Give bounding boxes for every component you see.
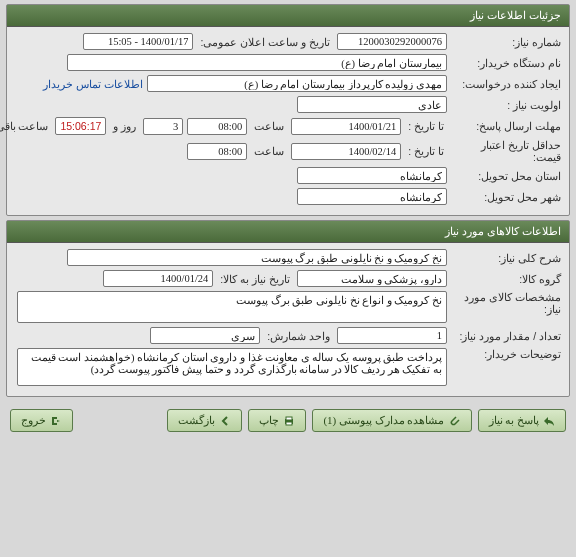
ta-tarikh-label: تا تاریخ : (405, 120, 447, 132)
reply-icon (543, 415, 555, 427)
ostan-label: استان محل تحویل: (451, 170, 561, 182)
chap-button-label: چاپ (259, 414, 279, 427)
tarikh-elen-label: تاریخ و ساعت اعلان عمومی: (197, 36, 333, 48)
tarikh-kala-input[interactable] (103, 270, 213, 287)
tozih-textarea[interactable] (17, 348, 447, 386)
print-icon (283, 415, 295, 427)
moshakhasat-textarea[interactable] (17, 291, 447, 323)
madarek-button[interactable]: مشاهده مدارک پیوستی (1) (312, 409, 471, 432)
tamas-link[interactable]: اطلاعات تماس خریدار (43, 78, 143, 90)
khorouj-button-label: خروج (21, 414, 46, 427)
chap-button[interactable]: چاپ (248, 409, 306, 432)
shmare-niaz-input[interactable] (337, 33, 447, 50)
niaz-info-panel: جزئیات اطلاعات نیاز شماره نیاز: تاریخ و … (6, 4, 570, 216)
sharh-label: شرح کلی نیاز: (451, 252, 561, 264)
mohlat-saat-input[interactable] (187, 118, 247, 135)
gorouh-input[interactable] (297, 270, 447, 287)
tedad-label: تعداد / مقدار مورد نیاز: (451, 330, 561, 342)
shahr-input[interactable] (297, 188, 447, 205)
shahr-label: شهر محل تحویل: (451, 191, 561, 203)
olaviat-input[interactable] (297, 96, 447, 113)
button-bar: پاسخ به نیاز مشاهده مدارک پیوستی (1) چاپ… (0, 401, 576, 440)
bazgasht-button[interactable]: بازگشت (167, 409, 242, 432)
ta-tarikh-label-2: تا تاریخ : (405, 145, 447, 157)
gorouh-label: گروه کالا: (451, 273, 561, 285)
ijad-input[interactable] (147, 75, 447, 92)
back-icon (219, 415, 231, 427)
vahed-input[interactable] (150, 327, 260, 344)
vahed-label: واحد شمارش: (264, 330, 333, 342)
shmare-niaz-label: شماره نیاز: (451, 36, 561, 48)
ostan-input[interactable] (297, 167, 447, 184)
mohlat-label: مهلت ارسال پاسخ: (451, 120, 561, 132)
hadaqal-saat-input[interactable] (187, 143, 247, 160)
khorouj-button[interactable]: خروج (10, 409, 73, 432)
svg-rect-2 (286, 422, 292, 425)
rooz-label: روز و (110, 120, 139, 132)
olaviat-label: اولویت نیاز : (451, 99, 561, 111)
mande-label: ساعت باقی مانده (0, 120, 51, 132)
tozih-label: توضیحات خریدار: (451, 348, 561, 360)
madarek-button-label: مشاهده مدارک پیوستی (1) (323, 414, 444, 427)
kala-panel-title: اطلاعات کالاهای مورد نیاز (7, 221, 569, 243)
kala-info-panel: اطلاعات کالاهای مورد نیاز شرح کلی نیاز: … (6, 220, 570, 397)
attachment-icon (449, 415, 461, 427)
saat-label-1: ساعت (251, 120, 287, 132)
mohlat-tarikh-input[interactable] (291, 118, 401, 135)
nam-dastgah-label: نام دستگاه خریدار: (451, 57, 561, 69)
moshakhasat-label: مشخصات کالای مورد نیاز: (451, 291, 561, 315)
hadaqal-tarikh-input[interactable] (291, 143, 401, 160)
nam-dastgah-input[interactable] (67, 54, 447, 71)
tedad-input[interactable] (337, 327, 447, 344)
ijad-label: ایجاد کننده درخواست: (451, 78, 561, 90)
pasokh-button[interactable]: پاسخ به نیاز (478, 409, 567, 432)
svg-rect-1 (286, 417, 292, 420)
exit-icon (50, 415, 62, 427)
bazgasht-button-label: بازگشت (178, 414, 215, 427)
rooz-input[interactable] (143, 118, 183, 135)
countdown-display: 15:06:17 (55, 117, 106, 135)
hadaqal-label: حداقل تاریخ اعتبار قیمت: (451, 139, 561, 163)
niaz-panel-title: جزئیات اطلاعات نیاز (7, 5, 569, 27)
tarikh-elen-input[interactable] (83, 33, 193, 50)
pasokh-button-label: پاسخ به نیاز (489, 414, 540, 427)
tarikh-kala-label: تاریخ نیاز به کالا: (217, 273, 293, 285)
saat-label-2: ساعت (251, 145, 287, 157)
sharh-input[interactable] (67, 249, 447, 266)
